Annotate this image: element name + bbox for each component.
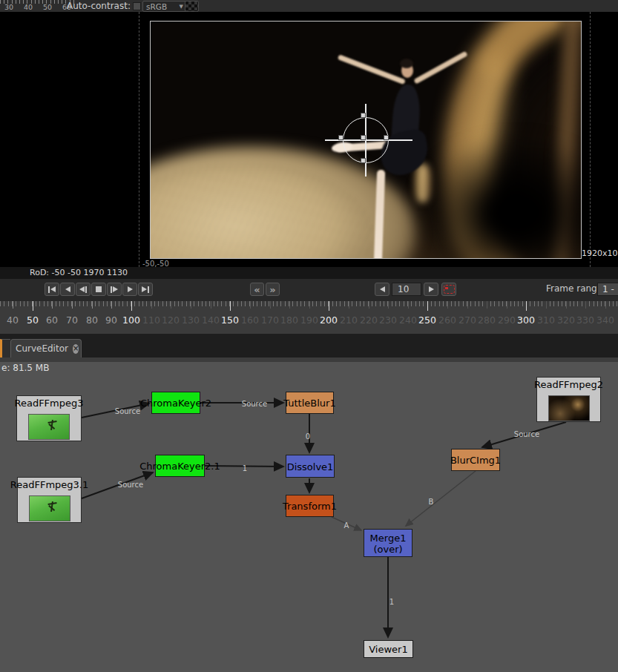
edge-label: Source (514, 430, 539, 438)
tab-curve-editor[interactable]: CurveEditor × (10, 339, 82, 358)
node-readffmpeg3[interactable]: ReadFFmpeg3 (16, 395, 82, 441)
timeline-major-tick (151, 301, 152, 309)
node-transform1[interactable]: Transform1 (286, 495, 334, 517)
timeline-major-tick (230, 301, 231, 311)
node-dissolve1[interactable]: Dissolve1 (286, 455, 335, 478)
skip-start-icon (50, 286, 56, 292)
edge-label: A (344, 521, 349, 530)
node-label: BlurCImg1 (450, 455, 501, 466)
frame-range-field[interactable]: 1 - (597, 283, 618, 296)
step-forward-button[interactable] (107, 283, 122, 296)
node-chromakeyer2[interactable]: ChromaKeyer2 (151, 392, 200, 414)
edge-label: Source (242, 400, 267, 408)
timeline-ruler[interactable]: 4050607080901001101201301401501601701801… (0, 301, 618, 337)
adjacent-pane-tab-edge[interactable] (0, 339, 10, 358)
timeline-major-tick (250, 301, 251, 309)
viewer-pane[interactable]: 1920x1080 -50,-50 (0, 12, 618, 267)
chevron-down-icon: ▼ (180, 4, 183, 10)
timeline-major-tick (526, 301, 527, 311)
timeline-frame-number: 250 (418, 314, 436, 326)
step-fwd-icon (113, 286, 118, 292)
node-label: ReadFFmpeg2 (534, 379, 603, 390)
flipbook-render-button[interactable] (441, 283, 456, 296)
timeline-frame-number: 80 (86, 314, 98, 326)
step-backward-button[interactable] (76, 283, 91, 296)
close-icon[interactable]: × (73, 344, 79, 354)
timeline-major-tick (447, 301, 448, 309)
transform-top-handle[interactable] (361, 113, 366, 118)
transform-bottom-handle[interactable] (361, 158, 366, 163)
node-chromakeyer2-1[interactable]: ChromaKeyer2.1 (155, 455, 205, 477)
stop-icon (96, 286, 102, 292)
transform-center-handle[interactable] (361, 135, 366, 140)
timeline-major-tick (566, 301, 567, 309)
play-fwd-icon (128, 286, 133, 292)
plate-thumbnail (548, 395, 590, 421)
timeline-frame-number: 50 (27, 314, 39, 326)
ballerina-right-arm (338, 54, 406, 85)
edge-label: Source (118, 481, 143, 489)
timeline-major-tick (546, 301, 547, 309)
step-back-icon (79, 286, 85, 292)
edge-label: 1 (389, 598, 394, 606)
timeline-frame-number: 60 (46, 314, 58, 326)
node-readffmpeg2[interactable]: ReadFFmpeg2 (536, 377, 601, 422)
timeline-frame-number: 340 (596, 314, 614, 326)
node-graph[interactable]: SourceSource01SourceSourceAB1 e: 81.5 MB… (0, 362, 618, 672)
timeline-major-tick (111, 301, 112, 309)
pane-tab-bar: CurveEditor × (0, 334, 618, 358)
edge-blurcimg1-to-merge1[interactable] (406, 471, 476, 526)
play-forward-button[interactable] (122, 283, 137, 296)
node-viewer1[interactable]: Viewer1 (364, 640, 413, 658)
prev-keyframe-button[interactable]: « (250, 283, 264, 296)
goto-end-button[interactable] (138, 283, 153, 296)
timeline-frame-number: 90 (105, 314, 117, 326)
timeline-frame-number: 130 (182, 314, 200, 326)
timeline-frame-number: 140 (202, 314, 220, 326)
viewer-image[interactable] (150, 21, 582, 259)
timeline-frame-number: 310 (537, 314, 555, 326)
transform-left-handle[interactable] (338, 135, 343, 140)
transform-widget-circle[interactable] (343, 117, 389, 163)
node-tuttleblur1[interactable]: TuttleBlur1 (286, 392, 334, 414)
colorspace-dropdown[interactable]: sRGB ▼ (142, 1, 187, 12)
dancer-silhouette (50, 420, 53, 430)
stop-button[interactable] (91, 283, 106, 296)
greenscreen-thumbnail (28, 414, 70, 440)
goto-start-button[interactable] (45, 283, 59, 296)
current-frame-field[interactable]: 10 (392, 283, 421, 296)
mini-ruler-number: 40 (24, 3, 33, 11)
timeline-major-tick (191, 301, 191, 309)
rod-row: RoD: -50 -50 1970 1130 (0, 267, 618, 279)
colorspace-value: sRGB (146, 2, 167, 11)
next-frame-button[interactable] (424, 283, 438, 296)
node-sublabel: (over) (373, 544, 402, 555)
prev-frame-button[interactable] (375, 283, 389, 296)
timeline-frame-number: 240 (399, 314, 417, 326)
play-backward-button[interactable] (60, 283, 75, 296)
node-readffmpeg3-1[interactable]: ReadFFmpeg3.1 (17, 477, 82, 523)
dancer-silhouette (50, 501, 53, 512)
image-right-guide (590, 12, 591, 267)
timeline-major-tick (487, 301, 487, 309)
node-merge1[interactable]: Merge1(over) (364, 529, 412, 557)
scene-vignette (418, 139, 582, 259)
alpha-checkerboard-icon[interactable] (185, 1, 199, 12)
timeline-frame-number: 230 (379, 314, 397, 326)
auto-contrast-checkbox[interactable] (133, 2, 141, 10)
transform-right-handle[interactable] (384, 135, 389, 140)
timeline-frame-number: 280 (478, 314, 496, 326)
node-label: Merge1 (370, 533, 407, 544)
timeline-major-tick (92, 301, 93, 309)
timeline-frame-number: 150 (221, 314, 239, 326)
resolution-label: 1920x1080 (582, 248, 618, 258)
timeline-major-tick (427, 301, 428, 311)
node-label: Transform1 (283, 501, 337, 512)
timeline-frame-number: 320 (557, 314, 575, 326)
next-keyframe-button[interactable]: » (266, 283, 280, 296)
nuke-compositor-window: { "top_bar": { "mini_ruler_labels": [ {"… (0, 0, 618, 672)
node-label: ReadFFmpeg3.1 (10, 479, 88, 490)
timeline-major-tick (585, 301, 586, 309)
timeline-major-tick (211, 301, 211, 309)
node-blurcimg1[interactable]: BlurCImg1 (451, 449, 500, 471)
